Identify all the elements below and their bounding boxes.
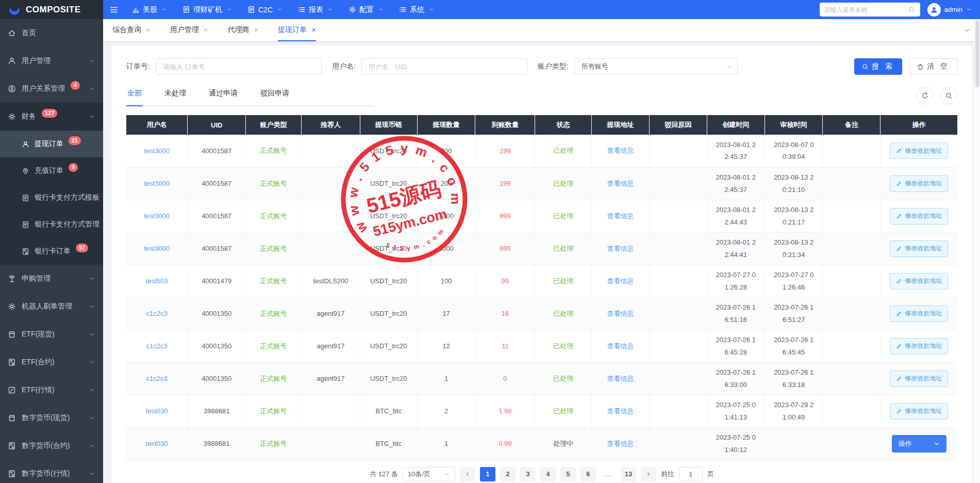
account-type-select[interactable]: 所有账号 [574, 58, 738, 75]
cell-username[interactable]: c1c2c3 [146, 310, 168, 317]
nav-item-c2c[interactable]: C2C [247, 6, 283, 14]
sidebar-item-bankcard-orders[interactable]: 银行卡订单 97 [0, 238, 103, 265]
view-address-link[interactable]: 查看信息 [607, 245, 634, 252]
tab-comprehensive-query[interactable]: 综合查询× [112, 19, 151, 41]
page-button[interactable]: 5 [560, 467, 576, 481]
next-page-button[interactable] [641, 467, 656, 481]
tab-withdraw-orders[interactable]: 提现订单× [278, 19, 316, 41]
cell-username[interactable]: test030 [146, 440, 168, 447]
sidebar-item-subscription[interactable]: 申购管理 [0, 265, 103, 293]
sidebar-item-robot-orders[interactable]: 机器人刷单管理 [0, 293, 103, 320]
nav-item-wealth-miner[interactable]: 理财矿机 [182, 5, 232, 14]
cell-username[interactable]: test3000 [144, 147, 170, 155]
sidebar-item-user-management[interactable]: 用户管理 [0, 47, 103, 75]
sidebar-item-deposit-orders[interactable]: 充值订单 9 [0, 157, 103, 184]
view-address-link[interactable]: 查看信息 [607, 440, 634, 447]
close-tab-icon[interactable]: × [311, 26, 316, 34]
scrollbar-thumb[interactable] [975, 20, 979, 87]
subtab-unprocessed[interactable]: 未处理 [163, 89, 187, 106]
subtab-approved[interactable]: 通过申请 [208, 89, 239, 106]
view-address-link[interactable]: 查看信息 [607, 407, 634, 415]
view-address-link[interactable]: 查看信息 [607, 277, 634, 285]
edit-payment-address-button[interactable]: 修改收款地址 [890, 403, 948, 420]
tabs-overflow-chevron-icon[interactable] [964, 27, 971, 34]
action-dropdown-button[interactable]: 操作 [892, 435, 946, 453]
doc-lines-icon [22, 194, 29, 202]
sidebar-item-crypto-quotes[interactable]: 数字货币(行情) [0, 460, 103, 483]
page-ellipsis[interactable]: ... [601, 467, 616, 481]
tab-user-management[interactable]: 用户管理× [170, 19, 208, 41]
edit-payment-address-button[interactable]: 修改收款地址 [890, 371, 948, 387]
user-menu[interactable]: admin [927, 3, 972, 17]
edit-payment-address-button[interactable]: 修改收款地址 [890, 175, 948, 192]
sidebar-item-crypto-spot[interactable]: 数字货币(现货) [0, 404, 103, 432]
subtab-rejected[interactable]: 驳回申请 [259, 89, 290, 106]
cell-username[interactable]: c1c2c3 [146, 375, 168, 382]
username-input[interactable] [361, 58, 527, 75]
page-button[interactable]: 3 [520, 467, 536, 481]
view-address-link[interactable]: 查看信息 [607, 180, 634, 187]
edit-payment-address-button[interactable]: 修改收款地址 [890, 338, 948, 355]
order-number-input[interactable] [156, 58, 322, 75]
sidebar-item-user-relations[interactable]: 用户关系管理 4 [0, 75, 103, 103]
close-tab-icon[interactable]: × [204, 26, 208, 34]
edit-payment-address-button[interactable]: 修改收款地址 [890, 240, 948, 257]
prev-page-button[interactable] [460, 467, 475, 481]
nav-item-system[interactable]: 系统 [399, 5, 434, 14]
close-tab-icon[interactable]: × [146, 26, 151, 34]
menu-search-input[interactable] [824, 6, 908, 13]
cell-received: 99 [502, 277, 509, 285]
sidebar-item-etf-spot[interactable]: ETF(现货) [0, 320, 103, 348]
nav-item-us-stocks[interactable]: 美股 [132, 5, 167, 14]
sidebar-item-withdraw-orders[interactable]: 提现订单 21 [0, 131, 103, 157]
table-row: test50340001479正式账号testDLS200USDT_trc201… [126, 265, 957, 297]
sidebar-item-bankcard-management[interactable]: 银行卡支付方式管理 [0, 211, 103, 238]
page-button[interactable]: 13 [621, 467, 636, 481]
view-address-link[interactable]: 查看信息 [607, 375, 634, 382]
cell-account-type: 正式账号 [260, 245, 287, 252]
cell-username[interactable]: test3000 [144, 245, 170, 252]
edit-payment-address-button[interactable]: 修改收款地址 [890, 305, 948, 322]
view-address-link[interactable]: 查看信息 [607, 342, 634, 350]
cell-username[interactable]: c1c2c3 [146, 342, 168, 350]
page-button[interactable]: 2 [500, 467, 516, 481]
vertical-scrollbar[interactable] [975, 19, 980, 483]
view-address-link[interactable]: 查看信息 [607, 310, 634, 317]
subtab-all[interactable]: 全部 [126, 89, 143, 106]
sidebar-item-bankcard-template[interactable]: 银行卡支付方式模板 [0, 184, 103, 211]
hamburger-menu-icon[interactable] [109, 5, 119, 14]
cell-username[interactable]: test3000 [144, 212, 170, 220]
page-button[interactable]: 4 [540, 467, 556, 481]
page-button[interactable]: 1 [480, 467, 495, 481]
view-address-link[interactable]: 查看信息 [607, 212, 634, 220]
sidebar-item-etf-contract[interactable]: ETF(合约) [0, 348, 103, 376]
cell-username[interactable]: test3000 [144, 180, 170, 187]
search-button[interactable]: 搜 索 [854, 58, 902, 75]
edit-payment-address-button[interactable]: 修改收款地址 [890, 142, 948, 159]
tab-agents[interactable]: 代理商× [228, 19, 259, 41]
nav-item-config[interactable]: 配置 [348, 5, 384, 14]
goto-page-input[interactable] [679, 467, 703, 481]
status-tabs: 全部 未处理 通过申请 驳回申请 [126, 89, 373, 106]
refresh-button[interactable] [916, 87, 934, 104]
cell-reviewed: 2023-07-26 16:33:18 [774, 368, 813, 388]
sidebar-item-home[interactable]: 首页 [0, 19, 103, 47]
edit-payment-address-button[interactable]: 修改收款地址 [890, 273, 948, 289]
nav-item-reports[interactable]: 报表 [298, 5, 333, 14]
sidebar-item-etf-quotes[interactable]: ETF(行情) [0, 376, 103, 404]
pencil-icon [896, 213, 902, 219]
chevron-down-icon [327, 7, 333, 12]
view-address-link[interactable]: 查看信息 [607, 147, 634, 154]
page-button[interactable]: 6 [580, 467, 596, 481]
magnifier-button[interactable] [940, 87, 957, 104]
close-tab-icon[interactable]: × [254, 26, 259, 34]
cell-username[interactable]: test030 [146, 407, 168, 415]
sidebar-item-finance[interactable]: 财务 127 [0, 103, 103, 131]
sidebar-item-crypto-contract[interactable]: 数字货币(合约) [0, 432, 103, 460]
page-size-select[interactable]: 10条/页 [403, 467, 455, 481]
badge-count: 9 [69, 163, 78, 172]
edit-payment-address-button[interactable]: 修改收款地址 [890, 208, 948, 224]
cell-username[interactable]: test503 [146, 277, 168, 285]
clear-button[interactable]: 清 空 [909, 58, 957, 75]
home-icon [8, 29, 16, 37]
